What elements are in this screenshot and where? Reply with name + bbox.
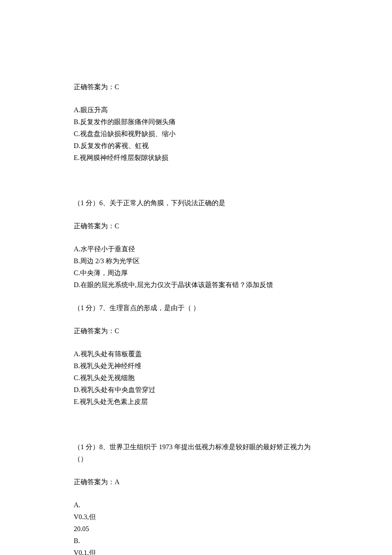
option-c: C.视乳头处无视细胞 xyxy=(74,372,318,384)
option-a: A.眼压升高 xyxy=(74,104,318,116)
option-d: D.在眼的屈光系统中,屈光力仅次于晶状体该题答案有错？添加反馈 xyxy=(74,279,318,291)
option-a: A.视乳头处有筛板覆盖 xyxy=(74,348,318,360)
option-e: E.视乳头处无色素上皮层 xyxy=(74,396,318,408)
option-line: V0.3,但 xyxy=(74,511,318,523)
option-line: V0.1,但 xyxy=(74,547,318,555)
q6-options: A.水平径小于垂直径 B.周边 2/3 称为光学区 C.中央薄，周边厚 D.在眼… xyxy=(74,243,318,291)
q7-options: A.视乳头处有筛板覆盖 B.视乳头处无神经纤维 C.视乳头处无视细胞 D.视乳头… xyxy=(74,348,318,408)
option-d: D.视乳头处有中央血管穿过 xyxy=(74,384,318,396)
option-c: C.视盘盘沿缺损和视野缺损、缩小 xyxy=(74,128,318,140)
q5-answer: 正确答案为：C xyxy=(74,81,318,93)
q8-options: A. V0.3,但 20.05 B. V0.1,但 xyxy=(74,499,318,555)
option-c: C.中央薄，周边厚 xyxy=(74,267,318,279)
option-line: B. xyxy=(74,535,318,547)
q6-answer: 正确答案为：C xyxy=(74,220,318,232)
option-line: A. xyxy=(74,499,318,511)
q6-question: （1 分）6、关于正常人的角膜，下列说法正确的是 xyxy=(74,197,318,209)
option-b: B.视乳头处无神经纤维 xyxy=(74,360,318,372)
q5-options: A.眼压升高 B.反复发作的眼部胀痛伴同侧头痛 C.视盘盘沿缺损和视野缺损、缩小… xyxy=(74,104,318,164)
option-a: A.水平径小于垂直径 xyxy=(74,243,318,255)
option-b: B.反复发作的眼部胀痛伴同侧头痛 xyxy=(74,116,318,128)
q8-answer: 正确答案为：A xyxy=(74,476,318,488)
option-b: B.周边 2/3 称为光学区 xyxy=(74,255,318,267)
document-page: 正确答案为：C A.眼压升高 B.反复发作的眼部胀痛伴同侧头痛 C.视盘盘沿缺损… xyxy=(0,0,392,555)
q7-question: （1 分）7、生理盲点的形成，是由于（ ） xyxy=(74,302,318,314)
option-d: D.反复发作的雾视、虹视 xyxy=(74,140,318,152)
q8-question: （1 分）8、世界卫生组织于 1973 年提出低视力标准是较好眼的最好矫正视力为… xyxy=(74,441,318,465)
q7-answer: 正确答案为：C xyxy=(74,325,318,337)
option-line: 20.05 xyxy=(74,523,318,535)
option-e: E.视网膜神经纤维层裂隙状缺损 xyxy=(74,152,318,164)
